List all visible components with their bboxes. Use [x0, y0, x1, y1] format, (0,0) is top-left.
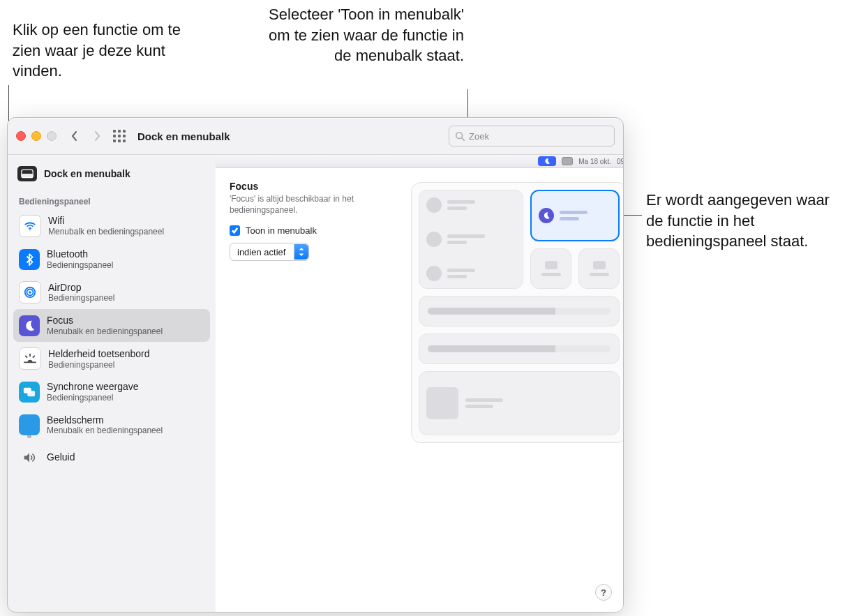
display-icon	[19, 414, 40, 435]
forward-button[interactable]	[87, 126, 107, 146]
sidebar-item-wifi[interactable]: Wifi Menubalk en bedieningspaneel	[13, 209, 210, 243]
keyboard-brightness-icon	[19, 347, 41, 370]
cc-tile-slider	[419, 333, 620, 364]
back-button[interactable]	[65, 126, 84, 146]
sidebar-item-sublabel: Bedieningspaneel	[48, 293, 114, 303]
sidebar-item-screen-mirroring[interactable]: Synchrone weergave Bedieningspaneel	[13, 375, 210, 408]
zoom-window-button[interactable]	[47, 131, 57, 141]
callout-click-feature: Klik op een functie om te zien waar je d…	[13, 20, 187, 82]
svg-point-12	[29, 230, 31, 231]
sidebar-item-focus[interactable]: Focus Menubalk en bedieningspaneel	[13, 309, 210, 342]
cc-tile-connectivity	[419, 190, 523, 289]
svg-rect-0	[113, 130, 116, 133]
sidebar-item-display[interactable]: Beeldscherm Menubalk en bedieningspaneel	[13, 409, 210, 442]
cc-tile-media	[419, 371, 620, 435]
sound-icon	[19, 447, 40, 468]
menubar-preview: Ma 18 okt. 09:41	[216, 155, 624, 168]
screen-mirroring-icon	[19, 382, 40, 403]
search-placeholder: Zoek	[469, 131, 489, 142]
popup-arrow-icon	[294, 244, 308, 260]
search-field[interactable]: Zoek	[449, 126, 615, 147]
minimize-window-button[interactable]	[31, 131, 41, 141]
sidebar-item-sublabel: Bedieningspaneel	[47, 260, 113, 270]
show-in-menubar-checkbox[interactable]	[230, 225, 240, 236]
sidebar-top-label: Dock en menubalk	[44, 168, 130, 179]
sidebar-item-keyboard-brightness[interactable]: Helderheid toetsenbord Bedieningspaneel	[13, 342, 210, 375]
window-controls	[16, 131, 57, 141]
sidebar-section-header: Bedieningspaneel	[12, 187, 211, 209]
callout-control-center-position: Er wordt aangegeven waar de functie in h…	[646, 190, 848, 252]
sidebar-item-label: Synchrone weergave	[47, 381, 139, 393]
sidebar-item-label: AirDrop	[48, 282, 114, 294]
wifi-icon	[19, 215, 41, 237]
sidebar-item-sublabel: Bedieningspaneel	[47, 393, 139, 403]
svg-rect-1	[118, 130, 121, 133]
sidebar-item-label: Bluetooth	[47, 248, 113, 260]
svg-rect-8	[123, 140, 126, 142]
sidebar-item-label: Helderheid toetsenbord	[48, 348, 150, 360]
sidebar-item-label: Beeldscherm	[47, 414, 163, 426]
menubar-date: Ma 18 okt.	[578, 158, 611, 165]
sidebar-item-label: Wifi	[48, 215, 164, 227]
svg-rect-7	[118, 140, 121, 142]
content-pane: Ma 18 okt. 09:41 Focus 'Focus' is altijd…	[216, 155, 624, 613]
show-all-grid-icon[interactable]	[111, 128, 128, 144]
airdrop-icon	[19, 281, 41, 303]
sidebar-item-sublabel: Menubalk en bedieningspaneel	[47, 426, 163, 435]
sidebar-item-label: Focus	[47, 315, 163, 326]
bluetooth-icon	[19, 249, 40, 270]
cc-tile-focus-highlighted	[530, 190, 620, 241]
dock-icon	[17, 166, 37, 181]
svg-rect-10	[22, 174, 33, 178]
sidebar-item-sublabel: Bedieningspaneel	[48, 360, 150, 370]
focus-moon-icon	[19, 315, 40, 336]
cc-tile-generic	[530, 248, 571, 289]
detail-description: 'Focus' is altijd beschikbaar in het bed…	[230, 193, 390, 216]
svg-rect-17	[27, 391, 35, 396]
callout-show-in-menubar: Selecteer 'Toon in menubalk' om te zien …	[260, 4, 464, 66]
menubar-focus-icon	[538, 156, 556, 166]
sidebar-item-airdrop[interactable]: AirDrop Bedieningspaneel	[13, 276, 210, 309]
sidebar-item-sound[interactable]: Geluid	[13, 442, 210, 474]
svg-rect-4	[118, 135, 121, 137]
svg-point-15	[29, 291, 31, 294]
detail-heading: Focus	[230, 181, 390, 192]
titlebar: Dock en menubalk Zoek	[8, 118, 623, 155]
cc-tile-slider	[419, 296, 620, 326]
cc-tile-generic	[578, 248, 620, 289]
show-in-menubar-label: Toon in menubalk	[246, 225, 317, 236]
window-title: Dock en menubalk	[137, 130, 230, 142]
control-center-preview	[411, 182, 624, 443]
sidebar-item-sublabel: Menubalk en bedieningspaneel	[48, 227, 164, 236]
popup-value: indien actief	[237, 247, 290, 257]
detail-settings: Focus 'Focus' is altijd beschikbaar in h…	[230, 181, 390, 443]
close-window-button[interactable]	[16, 131, 26, 141]
help-button[interactable]: ?	[595, 584, 612, 601]
search-icon	[455, 131, 465, 141]
svg-rect-5	[123, 135, 126, 137]
preferences-window: Dock en menubalk Zoek Dock en menubalk B…	[7, 117, 624, 613]
show-when-popup[interactable]: indien actief	[230, 243, 309, 261]
sidebar-item-dock-en-menubalk[interactable]: Dock en menubalk	[12, 160, 211, 187]
menubar-control-center-icon	[562, 157, 573, 165]
svg-rect-3	[113, 135, 116, 137]
menubar-time: 09:41	[617, 158, 624, 165]
sidebar-item-bluetooth[interactable]: Bluetooth Bedieningspaneel	[13, 243, 210, 276]
sidebar: Dock en menubalk Bedieningspaneel Wifi M…	[8, 155, 216, 613]
svg-rect-2	[123, 130, 126, 133]
sidebar-item-sublabel: Menubalk en bedieningspaneel	[47, 326, 163, 336]
svg-rect-6	[113, 140, 116, 142]
sidebar-item-label: Geluid	[47, 451, 75, 463]
